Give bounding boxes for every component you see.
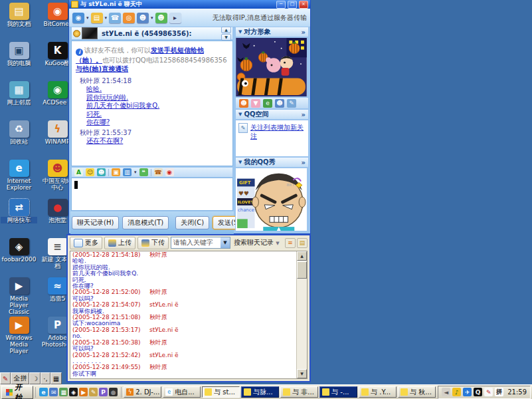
ql-photoshop-icon[interactable]: ✎ [89, 388, 98, 396]
chat-history-button[interactable]: 聊天记录(H) [72, 216, 119, 229]
ime-keyboard-icon[interactable]: ▦ [50, 372, 62, 384]
maximize-button[interactable]: □ [288, 1, 297, 9]
close-chat-button[interactable]: 关闭(C) [175, 216, 209, 229]
scroll-up-button[interactable]: ▲ [221, 27, 231, 33]
scrollbar-down-icon[interactable]: ▼ [297, 369, 307, 378]
ql-wmp-icon[interactable]: ▶ [79, 388, 88, 396]
desktop-icon-network-places[interactable]: ▦网上邻居 [1, 80, 37, 120]
desktop-icon-my-computer[interactable]: ▣我的电脑 [1, 41, 37, 80]
desktop-icon-foobar2000[interactable]: ◈foobar2000 [1, 237, 37, 277]
svg-text:GIFT: GIFT [239, 180, 251, 186]
taskbar-window-button[interactable]: 与 .Y... [359, 386, 397, 398]
my-qqshow-header[interactable]: ▼ 我的QQ秀 » [235, 157, 309, 168]
taskbar-window-button[interactable]: 与 -... [319, 386, 357, 398]
peer-show-header[interactable]: ▼ 对方形象 » [235, 27, 309, 37]
audio-chat-icon[interactable]: ❝ [139, 168, 148, 176]
qq-game-tray-icon[interactable]: ✈ [463, 388, 472, 396]
search-history-button[interactable]: 搜索聊天记录 ▼ [234, 238, 280, 247]
expand-more-icon[interactable]: » [302, 159, 306, 166]
ime-pen-tray-icon[interactable]: ✎ [484, 388, 493, 396]
qzone-mini-icon[interactable]: e [263, 99, 272, 108]
desktop-icon-my-documents[interactable]: ▤我的文档 [1, 2, 37, 41]
send-file-icon-caret[interactable]: ▾ [105, 15, 108, 21]
qzone-follow-link[interactable]: 关注列表增加新关注 [250, 123, 306, 140]
collapse-icon[interactable]: ▼ [238, 29, 242, 35]
ql-ie-icon[interactable]: e [39, 388, 48, 396]
keyword-combobox[interactable]: 请输入关键字 ▼ [171, 237, 230, 249]
collapse-icon[interactable]: ▼ [238, 112, 242, 117]
peer-avatar[interactable] [82, 27, 98, 39]
chat-scene-icon[interactable]: ☻ [137, 13, 149, 23]
magic-expression-icon[interactable]: ☻ [97, 168, 106, 176]
ql-player-icon[interactable]: ● [109, 388, 118, 396]
history-more-button[interactable]: 更多 [70, 237, 102, 249]
search-dropdown-icon[interactable]: ▼ [276, 241, 279, 246]
add-friend-icon[interactable]: ☻ [155, 13, 167, 23]
history-download-button[interactable]: 下传 [137, 237, 169, 249]
music-player-tray-icon[interactable]: ♪ [452, 388, 461, 396]
toolbar-more-icon[interactable]: ▸ [169, 13, 181, 23]
ql-mail-icon[interactable]: ✉ [49, 388, 58, 396]
ime-fullhalf-icon[interactable]: ☽ [29, 372, 41, 384]
chat-scene-icon-caret[interactable]: ▾ [151, 15, 153, 21]
expand-more-icon[interactable]: » [302, 111, 306, 118]
collapse-icon[interactable]: ▼ [238, 160, 242, 165]
wireless-msg-icon[interactable]: ☎ [154, 168, 163, 176]
video-chat-icon-caret[interactable]: ▾ [86, 15, 89, 21]
winamp-icon: ϟ [126, 388, 133, 396]
close-button[interactable]: × [299, 1, 308, 9]
music-cd-icon[interactable]: ◎ [123, 13, 135, 23]
scrollbar-thumb[interactable] [297, 261, 307, 279]
send-file-icon[interactable]: ▤ [91, 13, 103, 23]
desktop-icon-media-player-classic[interactable]: ▶Media Player Classic [1, 277, 37, 316]
send-picture-icon[interactable]: ▣ [112, 168, 120, 176]
taskbar-window-button[interactable]: 与脉... [241, 386, 279, 398]
start-button[interactable]: 开始 [1, 386, 33, 399]
desktop-icon-windows-media-player[interactable]: ▶Windows Media Player [1, 316, 37, 355]
screen-capture-icon[interactable]: ▥ [123, 168, 132, 176]
desktop-icon-flashget[interactable]: ⇄网络快车 [1, 198, 37, 237]
ql-foobar-icon[interactable]: ◈ [69, 388, 78, 396]
ime-logo-icon[interactable]: ✎ [0, 372, 11, 384]
scrollbar-up-icon[interactable]: ▲ [297, 251, 307, 261]
mobile-message-icon[interactable]: ☎ [109, 13, 121, 23]
list-view-icon[interactable]: ≡ [285, 238, 296, 248]
ql-show-desktop-icon[interactable]: ▦ [59, 388, 68, 396]
font-style-icon[interactable]: A [74, 168, 83, 176]
expand-more-icon[interactable]: » [302, 29, 306, 36]
screen-capture-icon-caret[interactable]: ▾ [134, 170, 137, 175]
qqshow-mall-icon[interactable]: ☻ [239, 99, 248, 108]
video-chat-icon[interactable]: ◉ [72, 13, 84, 23]
volume-icon[interactable]: ◄ [442, 388, 450, 396]
desktop-icon-recycle-bin[interactable]: ♻回收站 [1, 120, 37, 159]
ime-punct-icon[interactable]: ·, [41, 372, 50, 384]
desktop-icon-internet-explorer[interactable]: eInternet Explorer [1, 159, 37, 198]
taskbar-window-button[interactable]: 与 st... [202, 386, 240, 398]
message-input[interactable] [71, 178, 233, 211]
history-upload-button[interactable]: 上传 [104, 237, 135, 249]
message-sender-time: 秋叶原 21:54:18 [80, 77, 232, 85]
direct-call-link[interactable]: 与他(她)直接通话 [76, 65, 128, 72]
search-online-icon[interactable]: ◉ [165, 168, 174, 176]
qzone-header[interactable]: ▼ QQ空间 » [235, 109, 309, 120]
qq-service-icon-row: ☻▼e☻✎ [235, 97, 309, 109]
info-icon: i [76, 49, 83, 56]
emoticon-icon[interactable]: ☺ [86, 168, 94, 176]
qqshow-dress-icon[interactable]: ▼ [251, 99, 260, 108]
qq-friends-icon[interactable]: ☻ [275, 99, 284, 108]
tree-view-icon[interactable]: ▤ [297, 238, 308, 248]
qq-sign-icon[interactable]: ✎ [287, 99, 296, 108]
scroll-down-button[interactable]: ▼ [221, 34, 231, 41]
taskbar-window-button[interactable]: ϟ2. DJ-... [124, 386, 161, 398]
chat-window-titlebar[interactable]: 与 stУLe.ni ë 聊天中 ─ □ × [69, 0, 310, 9]
ime-pin-tray-icon[interactable]: 拼 [495, 388, 503, 396]
qq-tray-icon[interactable]: Q [474, 388, 482, 396]
ql-popo-icon[interactable]: P [99, 388, 108, 396]
combo-dropdown-icon[interactable]: ▼ [221, 237, 230, 248]
taskbar-window-button[interactable]: e电自... [163, 386, 201, 398]
minimize-button[interactable]: ─ [276, 1, 286, 9]
history-scrollbar[interactable]: ▲ ▼ [296, 251, 307, 378]
taskbar-window-button[interactable]: 与 秋... [398, 386, 436, 398]
taskbar-window-button[interactable]: 与 非... [280, 386, 318, 398]
message-mode-button[interactable]: 消息模式(T) [122, 216, 169, 229]
